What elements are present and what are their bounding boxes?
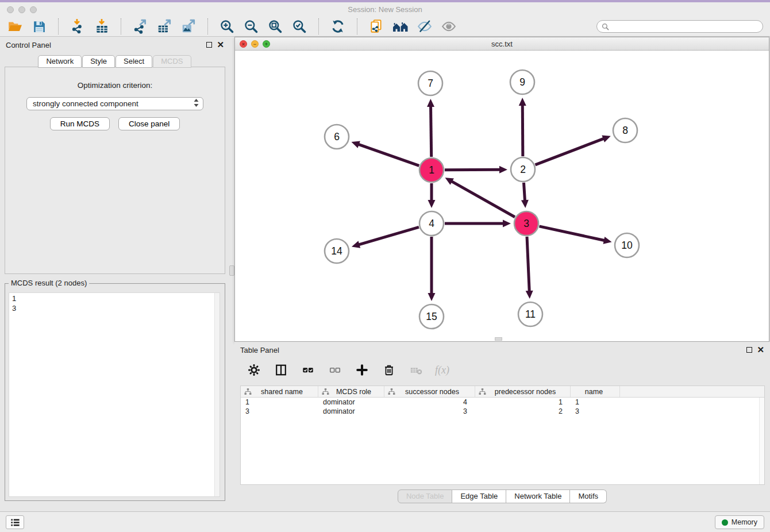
unselect-all-icon[interactable] — [327, 362, 343, 378]
toolbar-separator — [207, 18, 208, 34]
table-cell[interactable]: dominator — [318, 407, 384, 415]
network-window-titlebar[interactable]: × − + scc.txt — [235, 37, 769, 51]
zoom-fit-icon[interactable] — [267, 18, 283, 34]
delete-table-icon[interactable] — [381, 362, 397, 378]
add-column-icon[interactable] — [354, 362, 370, 378]
tab-motifs[interactable]: Motifs — [570, 489, 607, 503]
table-cell[interactable]: dominator — [318, 398, 384, 406]
zoom-in-icon[interactable] — [219, 18, 235, 34]
export-network-icon[interactable] — [132, 18, 148, 34]
mcds-result-area[interactable]: 1 3 — [9, 292, 220, 497]
table-cell[interactable]: 3 — [384, 407, 475, 415]
column-header[interactable]: predecessor nodes — [475, 386, 571, 397]
network-zoom-icon[interactable]: + — [263, 40, 270, 48]
export-image-icon[interactable] — [180, 18, 197, 34]
mcds-result-box: MCDS result (2 nodes) 1 3 — [5, 283, 225, 501]
column-header[interactable]: name — [571, 386, 620, 397]
split-table-icon[interactable] — [273, 362, 289, 378]
tab-edge-table[interactable]: Edge Table — [452, 489, 506, 503]
delete-column-icon — [408, 362, 424, 378]
attribute-tree-icon — [244, 388, 252, 395]
first-neighbors-icon[interactable] — [392, 18, 409, 34]
edge-3-11[interactable] — [527, 237, 529, 292]
criterion-dropdown[interactable]: strongly connected component — [26, 97, 203, 110]
open-session-icon[interactable] — [7, 18, 23, 34]
edge-1-6[interactable] — [358, 144, 419, 165]
edge-2-3[interactable] — [523, 183, 525, 201]
network-close-icon[interactable]: × — [240, 40, 247, 48]
table-cell[interactable]: 2 — [475, 407, 571, 415]
network-canvas[interactable]: 7968124314101511 — [235, 51, 769, 341]
list-icon — [10, 517, 21, 528]
table-panel: Table Panel ✕ — [234, 342, 770, 511]
close-table-panel-icon[interactable]: ✕ — [757, 347, 764, 353]
close-panel-button[interactable]: Close panel — [118, 117, 180, 130]
float-panel-icon[interactable] — [206, 42, 212, 48]
edge-2-8[interactable] — [535, 138, 604, 165]
table-cell[interactable]: 1 — [475, 398, 571, 406]
split-divider-handle[interactable] — [229, 265, 234, 276]
select-all-icon[interactable] — [300, 362, 316, 378]
tab-style[interactable]: Style — [82, 55, 115, 68]
tab-mcds[interactable]: MCDS — [153, 55, 191, 68]
edge-2-9[interactable] — [522, 105, 523, 156]
hide-selected-icon[interactable] — [417, 18, 433, 34]
tab-select[interactable]: Select — [116, 55, 152, 68]
attribute-tree-icon — [388, 388, 395, 395]
edge-3-1[interactable] — [451, 181, 515, 217]
criterion-dropdown-value: strongly connected component — [33, 99, 138, 108]
graph-node-label: 2 — [520, 164, 526, 175]
tab-network-table[interactable]: Network Table — [506, 489, 570, 503]
show-all-icon[interactable] — [441, 18, 457, 34]
search-input[interactable] — [612, 22, 758, 31]
graph-node-label: 7 — [428, 78, 433, 89]
result-scrollbar[interactable] — [214, 293, 220, 496]
search-field[interactable] — [596, 20, 763, 33]
edge-arrowhead — [526, 291, 533, 299]
toolbar-separator — [318, 18, 319, 34]
import-network-icon[interactable] — [70, 18, 86, 34]
network-window-title: scc.txt — [235, 40, 769, 48]
table-cell[interactable]: 1 — [571, 398, 620, 406]
float-table-panel-icon[interactable] — [746, 347, 752, 353]
column-header[interactable]: MCDS role — [318, 386, 384, 397]
zoom-out-icon[interactable] — [243, 18, 259, 34]
table-body: 1dominator4113dominator323 — [241, 398, 764, 416]
tab-network[interactable]: Network — [38, 55, 82, 68]
horizontal-split-handle[interactable] — [495, 337, 502, 341]
memory-button[interactable]: Memory — [715, 515, 764, 529]
table-row[interactable]: 3dominator323 — [241, 407, 764, 416]
network-minimize-icon[interactable]: − — [251, 40, 259, 48]
table-scrollbar[interactable] — [759, 398, 764, 484]
function-builder-icon: f(x) — [435, 364, 449, 376]
optimization-criterion-label: Optimization criterion: — [5, 81, 225, 90]
table-row[interactable]: 1dominator411 — [241, 398, 764, 407]
table-cell[interactable]: 3 — [571, 407, 620, 415]
table-cell[interactable]: 3 — [241, 407, 318, 415]
export-table-icon[interactable] — [156, 18, 172, 34]
window-title: Session: New Session — [0, 5, 770, 14]
network-view-window: × − + scc.txt 7968124314101511 — [234, 37, 769, 342]
run-mcds-button[interactable]: Run MCDS — [50, 117, 110, 130]
save-session-icon[interactable] — [31, 18, 47, 34]
table-settings-icon[interactable] — [246, 362, 262, 378]
close-panel-icon[interactable]: ✕ — [217, 42, 224, 48]
zoom-selected-icon[interactable] — [291, 18, 307, 34]
node-table: shared nameMCDS rolesuccessor nodesprede… — [240, 385, 765, 485]
edge-4-14[interactable] — [358, 227, 418, 245]
import-table-icon[interactable] — [94, 18, 110, 34]
toolbar-separator — [121, 18, 121, 34]
toolbar-separator — [58, 18, 59, 34]
clone-network-icon[interactable] — [368, 18, 384, 34]
column-header[interactable]: successor nodes — [384, 386, 475, 397]
table-cell[interactable]: 4 — [384, 398, 475, 406]
graph-node-label: 4 — [429, 218, 434, 229]
edge-1-7[interactable] — [431, 106, 432, 157]
tab-node-table[interactable]: Node Table — [398, 489, 453, 503]
edge-3-10[interactable] — [539, 226, 605, 241]
refresh-icon[interactable] — [330, 18, 346, 34]
table-cell[interactable]: 1 — [241, 398, 318, 406]
task-history-button[interactable] — [6, 515, 24, 529]
column-header[interactable]: shared name — [241, 386, 318, 397]
edge-1-2[interactable] — [445, 169, 500, 170]
